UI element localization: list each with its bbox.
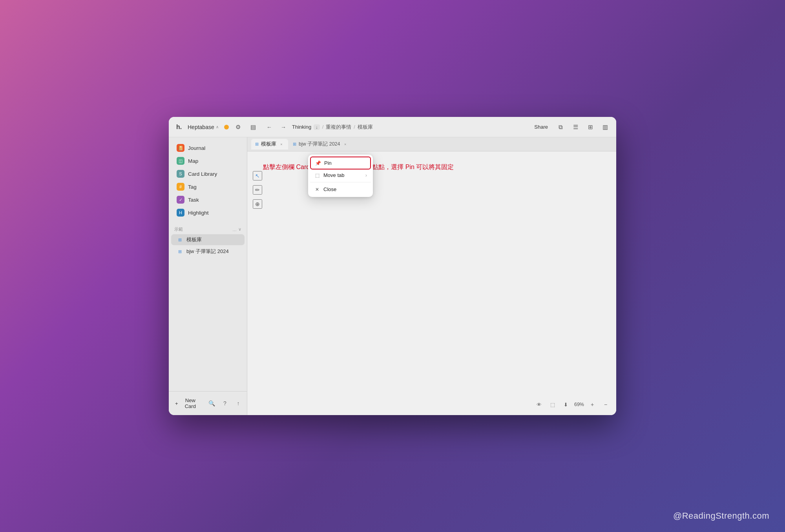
search-tool-button[interactable]: ⊕	[253, 199, 262, 209]
titlebar-left: h. Heptabase ∧ ⚙ ▤	[174, 122, 261, 133]
sub-item-label-template: 模板庫	[186, 236, 202, 243]
tab-icon-template: ⊞	[255, 142, 259, 147]
context-menu-close-item[interactable]: ✕ Close	[310, 184, 371, 195]
tab-icon-bjw: ⊞	[293, 142, 296, 147]
app-icon: h.	[174, 122, 184, 132]
app-icon-letter: h.	[176, 124, 182, 131]
titlebar-right: Share ⧉ ☰ ⊞ ▥	[531, 122, 611, 133]
titlebar: h. Heptabase ∧ ⚙ ▤ ← → Thinking ↓ / 重複的事…	[169, 117, 616, 137]
app-window: h. Heptabase ∧ ⚙ ▤ ← → Thinking ↓ / 重複的事…	[169, 117, 616, 415]
sidebar-sub-item-template[interactable]: ⊞ 模板庫	[171, 234, 245, 245]
share-button[interactable]: Share	[531, 122, 551, 131]
close-icon: ✕	[314, 187, 320, 192]
sidebar-item-task[interactable]: ✓ Task	[171, 193, 245, 206]
sidebar-item-label-card-library: Card Library	[188, 171, 217, 177]
new-card-label: New Card	[180, 397, 201, 409]
tab-close-template[interactable]: ×	[279, 142, 284, 147]
settings-button[interactable]: ⚙	[233, 122, 244, 133]
card-library-icon: S	[177, 170, 184, 178]
sidebar-section-title: 示範 … ∨	[169, 223, 247, 234]
section-more-icon[interactable]: …	[232, 227, 237, 232]
context-menu-close-label: Close	[323, 186, 336, 192]
breadcrumb-badge: ↓	[314, 124, 320, 130]
zoom-level-label: 69%	[574, 402, 584, 407]
breadcrumb-item-3[interactable]: 模板庫	[358, 124, 373, 131]
section-title-text: 示範	[174, 226, 183, 232]
watermark: @ReadingStrength.com	[673, 511, 769, 521]
sidebar-section-actions: … ∨	[232, 227, 241, 232]
app-name-label: Heptabase ∧	[188, 124, 219, 130]
move-tab-chevron-icon: ›	[365, 172, 367, 178]
context-menu-move-tab-label: Move tab	[323, 172, 344, 178]
sidebar-item-label-journal: Journal	[188, 145, 205, 151]
tool-sidebar: ↖ ✏ ⊕	[253, 171, 262, 209]
section-collapse-icon[interactable]: ∨	[238, 227, 241, 232]
task-icon: ✓	[177, 196, 184, 204]
pen-tool-button[interactable]: ✏	[253, 185, 262, 195]
help-footer-button[interactable]: ?	[219, 398, 230, 409]
sub-item-label-bjw: bjw 子彈筆記 2024	[186, 248, 229, 255]
sidebar-item-highlight[interactable]: H Highlight	[171, 206, 245, 219]
tab-bjw[interactable]: ⊞ bjw 子彈筆記 2024 ×	[289, 139, 352, 149]
tag-icon: #	[177, 183, 184, 191]
sidebar-item-label-tag: Tag	[188, 184, 197, 190]
sidebar-toggle-button[interactable]: ▤	[248, 122, 259, 133]
tab-close-bjw[interactable]: ×	[343, 142, 348, 147]
tab-label-template: 模板庫	[261, 141, 276, 148]
layers-icon-button[interactable]: ⧉	[555, 122, 566, 133]
search-footer-button[interactable]: 🔍	[206, 398, 217, 409]
sidebar-item-tag[interactable]: # Tag	[171, 180, 245, 193]
zoom-out-button[interactable]: −	[601, 399, 611, 410]
highlight-icon: H	[177, 209, 184, 217]
sidebar-item-label-task: Task	[188, 197, 199, 203]
frame-button[interactable]: ⬚	[548, 399, 558, 410]
sidebar-item-card-library[interactable]: S Card Library	[171, 168, 245, 180]
sidebar-item-label-map: Map	[188, 158, 198, 164]
sidebar-item-label-highlight: Highlight	[188, 210, 209, 216]
panel-icon-button[interactable]: ▥	[600, 122, 611, 133]
pin-icon: 📌	[315, 160, 321, 166]
traffic-dot	[224, 125, 229, 129]
content-area: ⊞ 模板庫 × ⊞ bjw 子彈筆記 2024 × 點擊左側欄 Card 或 W…	[247, 137, 616, 415]
sidebar-sub-item-bjw[interactable]: ⊞ bjw 子彈筆記 2024	[171, 246, 245, 257]
sidebar: 📔 Journal ◫ Map S Card Library	[169, 137, 247, 415]
calendar-icon-button[interactable]: ☰	[570, 122, 581, 133]
new-card-plus-icon: +	[175, 401, 178, 406]
tab-template[interactable]: ⊞ 模板庫 ×	[251, 139, 288, 149]
new-card-button[interactable]: + New Card	[172, 395, 204, 411]
main-layout: 📔 Journal ◫ Map S Card Library	[169, 137, 616, 415]
titlebar-center: ← → Thinking ↓ / 重複的事情 / 模板庫	[264, 122, 528, 133]
sidebar-footer: + New Card 🔍 ? ↑	[169, 391, 247, 415]
tab-label-bjw: bjw 子彈筆記 2024	[299, 141, 340, 148]
download-button[interactable]: ⬇	[561, 399, 571, 410]
breadcrumb: Thinking ↓ / 重複的事情 / 模板庫	[292, 124, 373, 131]
content-tabs: ⊞ 模板庫 × ⊞ bjw 子彈筆記 2024 ×	[247, 137, 616, 151]
chevron-down-icon: ∧	[216, 125, 219, 129]
breadcrumb-sep-1: /	[322, 124, 324, 130]
grid-icon-button[interactable]: ⊞	[585, 122, 596, 133]
context-menu-separator	[310, 182, 371, 182]
content-main: 點擊左側欄 Card 或 Whiteboard 的三個點點，選擇 Pin 可以將…	[247, 151, 616, 415]
sidebar-item-map[interactable]: ◫ Map	[171, 155, 245, 167]
map-icon: ◫	[177, 157, 184, 165]
forward-button[interactable]: →	[278, 122, 289, 133]
back-button[interactable]: ←	[264, 122, 275, 133]
cursor-tool-button[interactable]: ↖	[253, 171, 262, 180]
sidebar-nav: 📔 Journal ◫ Map S Card Library	[169, 137, 247, 223]
context-menu-move-tab-item[interactable]: ⬚ Move tab ›	[310, 169, 371, 181]
zoom-in-button[interactable]: +	[587, 399, 597, 410]
breadcrumb-sep-2: /	[354, 124, 355, 130]
breadcrumb-item-1[interactable]: Thinking	[292, 124, 311, 130]
context-menu: 📌 Pin ⬚ Move tab › ✕ Close	[308, 155, 373, 197]
context-menu-pin-item[interactable]: 📌 Pin	[310, 157, 371, 169]
sub-item-icon-template: ⊞	[177, 237, 183, 243]
content-footer: 👁 ⬚ ⬇ 69% + −	[534, 399, 611, 410]
context-menu-pin-label: Pin	[324, 160, 332, 166]
sort-footer-button[interactable]: ↑	[233, 398, 244, 409]
sub-item-icon-bjw: ⊞	[177, 248, 183, 255]
sidebar-item-journal[interactable]: 📔 Journal	[171, 142, 245, 154]
journal-icon: 📔	[177, 144, 184, 152]
breadcrumb-item-2[interactable]: 重複的事情	[326, 124, 351, 131]
move-tab-icon: ⬚	[314, 173, 320, 178]
eye-button[interactable]: 👁	[534, 399, 544, 410]
